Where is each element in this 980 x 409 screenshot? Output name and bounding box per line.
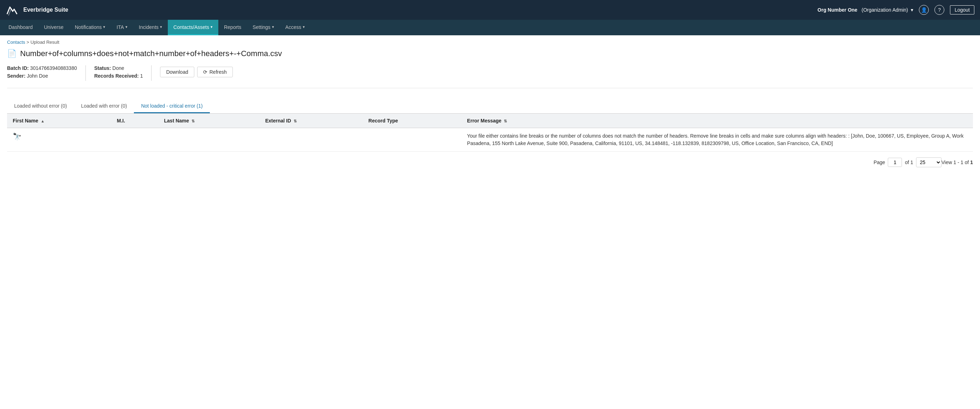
nav-item-dashboard[interactable]: Dashboard (3, 20, 38, 35)
everbridge-logo (6, 3, 20, 17)
tabs: Loaded without error (0) Loaded with err… (7, 100, 973, 114)
nav-item-settings[interactable]: Settings ▾ (247, 20, 280, 35)
pagination: Page of 1 25 50 100 View 1 - 1 of 1 (7, 152, 973, 167)
records-line: Records Received: 1 (94, 73, 143, 79)
nav-bar: Dashboard Universe Notifications ▾ ITA ▾… (0, 20, 980, 35)
tab-loaded-no-error[interactable]: Loaded without error (0) (7, 100, 74, 113)
info-row: Batch ID: 30147663940883380 Sender: John… (7, 65, 973, 88)
file-title-row: 📄 Number+of+columns+does+not+match+numbe… (7, 49, 973, 58)
col-error-message[interactable]: Error Message ⇅ (461, 114, 973, 128)
cell-error-message: Your file either contains line breaks or… (461, 128, 973, 152)
file-title: Number+of+columns+does+not+match+number+… (20, 49, 282, 58)
page-controls: Page of 1 25 50 100 (873, 157, 942, 167)
refresh-button[interactable]: ⟳ Refresh (197, 67, 233, 77)
tab-not-loaded-critical[interactable]: Not loaded - critical error (1) (134, 100, 210, 113)
cell-record-type (363, 128, 461, 152)
of-label: of 1 (905, 160, 913, 165)
status-block: Status: Done Records Received: 1 (94, 65, 152, 81)
nav-item-incidents[interactable]: Incidents ▾ (133, 20, 168, 35)
nav-item-universe[interactable]: Universe (38, 20, 69, 35)
view-range: View 1 - 1 of 1 (942, 160, 973, 165)
nav-label-contacts-assets: Contacts/Assets (173, 24, 209, 30)
breadcrumb-current: Upload Result (30, 40, 59, 45)
cell-external-id (260, 128, 363, 152)
nav-item-reports[interactable]: Reports (218, 20, 247, 35)
nav-item-contacts-assets[interactable]: Contacts/Assets ▾ (168, 20, 218, 35)
help-icon[interactable]: ? (934, 5, 944, 15)
col-last-name[interactable]: Last Name ⇅ (158, 114, 259, 128)
nav-label-incidents: Incidents (139, 24, 159, 30)
sender-line: Sender: John Doe (7, 73, 77, 79)
file-icon: 📄 (7, 49, 17, 58)
nav-label-ita: ITA (116, 24, 124, 30)
nav-item-notifications[interactable]: Notifications ▾ (69, 20, 111, 35)
batch-id-line: Batch ID: 30147663940883380 (7, 65, 77, 71)
table-header: First Name ▲ M.I. Last Name ⇅ External I… (7, 114, 973, 128)
sort-icon: ⇅ (191, 119, 195, 123)
results-table: First Name ▲ M.I. Last Name ⇅ External I… (7, 114, 973, 152)
col-first-name[interactable]: First Name ▲ (7, 114, 111, 128)
binoculars-icon: 🔭 (13, 133, 22, 140)
sort-icon: ⇅ (294, 119, 297, 123)
org-selector[interactable]: Org Number One (Organization Admin) ▾ (818, 7, 913, 13)
cell-mi (111, 128, 159, 152)
refresh-icon: ⟳ (203, 69, 207, 75)
table-wrapper: First Name ▲ M.I. Last Name ⇅ External I… (7, 114, 973, 152)
nav-label-notifications: Notifications (75, 24, 102, 30)
top-bar: Everbridge Suite Org Number One (Organiz… (0, 0, 980, 20)
col-mi[interactable]: M.I. (111, 114, 159, 128)
download-button[interactable]: Download (160, 67, 194, 77)
action-block: Download ⟳ Refresh (160, 65, 232, 77)
main-content: 📄 Number+of+columns+does+not+match+numbe… (0, 49, 980, 174)
nav-label-access: Access (285, 24, 301, 30)
page-input[interactable] (888, 158, 902, 167)
table-row: 🔭 Your file either contains line breaks … (7, 128, 973, 152)
chevron-down-icon: ▾ (303, 25, 305, 29)
nav-label-settings: Settings (253, 24, 270, 30)
cell-first-name: 🔭 (7, 128, 111, 152)
sort-icon: ⇅ (504, 119, 507, 123)
status-line: Status: Done (94, 65, 143, 71)
page-label: Page (873, 160, 885, 165)
breadcrumb: Contacts > Upload Result (0, 35, 980, 49)
nav-label-universe: Universe (44, 24, 64, 30)
chevron-down-icon: ▾ (126, 25, 127, 29)
col-external-id[interactable]: External ID ⇅ (260, 114, 363, 128)
col-record-type[interactable]: Record Type (363, 114, 461, 128)
nav-label-reports: Reports (224, 24, 241, 30)
table-body: 🔭 Your file either contains line breaks … (7, 128, 973, 152)
cell-last-name (158, 128, 259, 152)
chevron-down-icon: ▾ (210, 25, 213, 29)
nav-item-ita[interactable]: ITA ▾ (111, 20, 133, 35)
nav-item-access[interactable]: Access ▾ (280, 20, 310, 35)
logo-area: Everbridge Suite (6, 3, 68, 17)
tab-loaded-with-error[interactable]: Loaded with error (0) (74, 100, 134, 113)
logout-button[interactable]: Logout (950, 5, 974, 14)
chevron-down-icon: ▾ (160, 25, 162, 29)
chevron-down-icon: ▾ (103, 25, 105, 29)
batch-info-block: Batch ID: 30147663940883380 Sender: John… (7, 65, 86, 81)
user-icon[interactable]: 👤 (919, 5, 929, 15)
chevron-down-icon: ▾ (272, 25, 274, 29)
per-page-select[interactable]: 25 50 100 (916, 157, 942, 167)
top-bar-right: Org Number One (Organization Admin) ▾ 👤 … (818, 5, 974, 15)
breadcrumb-parent[interactable]: Contacts (7, 40, 25, 45)
sort-icon: ▲ (41, 119, 45, 123)
nav-label-dashboard: Dashboard (8, 24, 33, 30)
app-title: Everbridge Suite (23, 7, 68, 13)
